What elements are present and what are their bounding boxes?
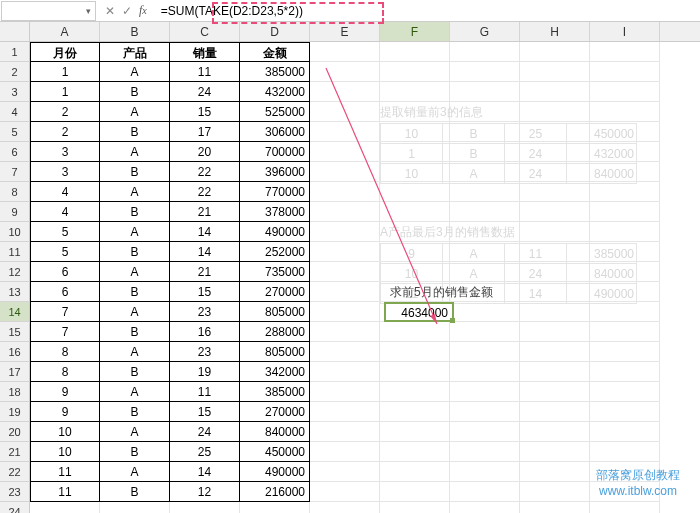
- cell-C11[interactable]: 14: [170, 242, 240, 262]
- col-header-D[interactable]: D: [240, 22, 310, 41]
- cancel-icon[interactable]: ✕: [105, 4, 115, 18]
- cell-H18[interactable]: [520, 382, 590, 402]
- cell-E12[interactable]: [310, 262, 380, 282]
- cell-B11[interactable]: B: [100, 242, 170, 262]
- cell-C14[interactable]: 23: [170, 302, 240, 322]
- col-header-I[interactable]: I: [590, 22, 660, 41]
- row-header-14[interactable]: 14: [0, 302, 30, 322]
- cell-G9[interactable]: [450, 202, 520, 222]
- cell-G8[interactable]: [450, 182, 520, 202]
- cell-H3[interactable]: [520, 82, 590, 102]
- cell-C1[interactable]: 销量: [170, 42, 240, 62]
- col-header-B[interactable]: B: [100, 22, 170, 41]
- cell-A5[interactable]: 2: [30, 122, 100, 142]
- cell-F16[interactable]: [380, 342, 450, 362]
- cell-D23[interactable]: 216000: [240, 482, 310, 502]
- cell-A11[interactable]: 5: [30, 242, 100, 262]
- cell-C4[interactable]: 15: [170, 102, 240, 122]
- cell-C19[interactable]: 15: [170, 402, 240, 422]
- result-cell[interactable]: 4634000: [384, 302, 454, 322]
- cell-B4[interactable]: A: [100, 102, 170, 122]
- cell-A6[interactable]: 3: [30, 142, 100, 162]
- enter-icon[interactable]: ✓: [122, 4, 132, 18]
- cell-E11[interactable]: [310, 242, 380, 262]
- row-header-16[interactable]: 16: [0, 342, 30, 362]
- cell-I3[interactable]: [590, 82, 660, 102]
- cell-H23[interactable]: [520, 482, 590, 502]
- cell-D10[interactable]: 490000: [240, 222, 310, 242]
- cell-I14[interactable]: [590, 302, 660, 322]
- cell-H14[interactable]: [520, 302, 590, 322]
- cell-E16[interactable]: [310, 342, 380, 362]
- cell-F2[interactable]: [380, 62, 450, 82]
- cell-A21[interactable]: 10: [30, 442, 100, 462]
- select-all-corner[interactable]: [0, 22, 30, 41]
- cell-I1[interactable]: [590, 42, 660, 62]
- cell-A3[interactable]: 1: [30, 82, 100, 102]
- cell-B8[interactable]: A: [100, 182, 170, 202]
- cell-E19[interactable]: [310, 402, 380, 422]
- cell-I24[interactable]: [590, 502, 660, 513]
- name-box[interactable]: ▾: [1, 1, 96, 21]
- cell-A10[interactable]: 5: [30, 222, 100, 242]
- cell-G24[interactable]: [450, 502, 520, 513]
- cell-H24[interactable]: [520, 502, 590, 513]
- cell-H17[interactable]: [520, 362, 590, 382]
- cell-B17[interactable]: B: [100, 362, 170, 382]
- cell-I20[interactable]: [590, 422, 660, 442]
- cell-F1[interactable]: [380, 42, 450, 62]
- cell-A23[interactable]: 11: [30, 482, 100, 502]
- cell-E23[interactable]: [310, 482, 380, 502]
- col-header-A[interactable]: A: [30, 22, 100, 41]
- cell-I16[interactable]: [590, 342, 660, 362]
- cell-C5[interactable]: 17: [170, 122, 240, 142]
- cell-C16[interactable]: 23: [170, 342, 240, 362]
- row-header-15[interactable]: 15: [0, 322, 30, 342]
- cell-G17[interactable]: [450, 362, 520, 382]
- row-header-11[interactable]: 11: [0, 242, 30, 262]
- cell-G22[interactable]: [450, 462, 520, 482]
- cell-D12[interactable]: 735000: [240, 262, 310, 282]
- cell-B18[interactable]: A: [100, 382, 170, 402]
- cell-I19[interactable]: [590, 402, 660, 422]
- cell-B23[interactable]: B: [100, 482, 170, 502]
- cell-A8[interactable]: 4: [30, 182, 100, 202]
- cell-F17[interactable]: [380, 362, 450, 382]
- cell-E17[interactable]: [310, 362, 380, 382]
- cell-A14[interactable]: 7: [30, 302, 100, 322]
- cell-C6[interactable]: 20: [170, 142, 240, 162]
- cell-H8[interactable]: [520, 182, 590, 202]
- cell-D14[interactable]: 805000: [240, 302, 310, 322]
- cell-E1[interactable]: [310, 42, 380, 62]
- col-header-F[interactable]: F: [380, 22, 450, 41]
- cell-B12[interactable]: A: [100, 262, 170, 282]
- col-header-E[interactable]: E: [310, 22, 380, 41]
- cell-E15[interactable]: [310, 322, 380, 342]
- cell-C22[interactable]: 14: [170, 462, 240, 482]
- col-header-H[interactable]: H: [520, 22, 590, 41]
- cell-A12[interactable]: 6: [30, 262, 100, 282]
- cell-E6[interactable]: [310, 142, 380, 162]
- cell-F21[interactable]: [380, 442, 450, 462]
- cell-D18[interactable]: 385000: [240, 382, 310, 402]
- cell-B3[interactable]: B: [100, 82, 170, 102]
- cell-G16[interactable]: [450, 342, 520, 362]
- cell-F15[interactable]: [380, 322, 450, 342]
- row-header-8[interactable]: 8: [0, 182, 30, 202]
- row-header-10[interactable]: 10: [0, 222, 30, 242]
- cell-D24[interactable]: [240, 502, 310, 513]
- cell-C17[interactable]: 19: [170, 362, 240, 382]
- row-header-20[interactable]: 20: [0, 422, 30, 442]
- cell-C23[interactable]: 12: [170, 482, 240, 502]
- cell-C7[interactable]: 22: [170, 162, 240, 182]
- cell-H1[interactable]: [520, 42, 590, 62]
- cell-B6[interactable]: A: [100, 142, 170, 162]
- cell-E3[interactable]: [310, 82, 380, 102]
- cell-H15[interactable]: [520, 322, 590, 342]
- col-header-G[interactable]: G: [450, 22, 520, 41]
- cell-F19[interactable]: [380, 402, 450, 422]
- cell-E21[interactable]: [310, 442, 380, 462]
- row-header-21[interactable]: 21: [0, 442, 30, 462]
- cell-D5[interactable]: 306000: [240, 122, 310, 142]
- col-header-C[interactable]: C: [170, 22, 240, 41]
